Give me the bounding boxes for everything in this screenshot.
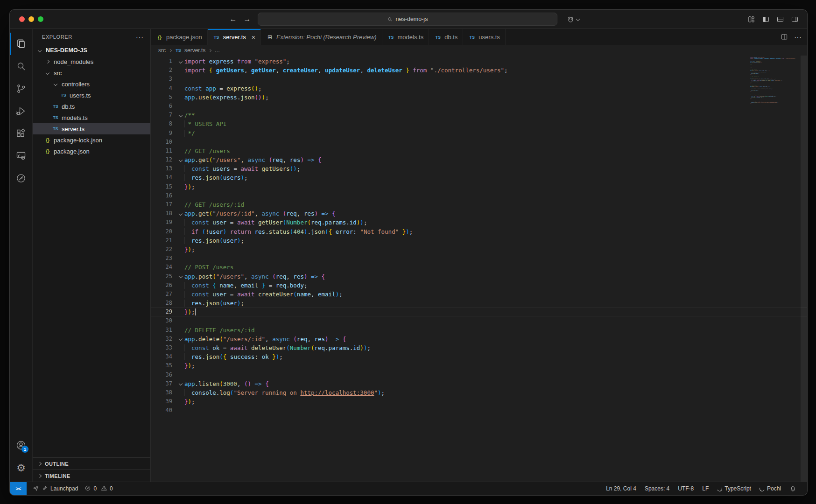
status-spaces-4[interactable]: Spaces: 4	[640, 485, 674, 492]
fold-column[interactable]	[176, 111, 184, 119]
toggle-primary-sidebar-icon[interactable]	[762, 15, 770, 23]
toggle-secondary-sidebar-icon[interactable]	[791, 15, 799, 23]
notifications-bell-button[interactable]	[785, 485, 801, 492]
pochi-menu-button[interactable]	[567, 15, 579, 23]
code-line[interactable]: 35});	[151, 361, 807, 370]
minimap[interactable]: import express from "express";import { g…	[750, 57, 800, 157]
code-line[interactable]: 20 if (!user) return res.status(404).jso…	[151, 227, 807, 236]
code-line[interactable]: 33 const ok = await deleteUser(Number(re…	[151, 343, 807, 352]
command-center[interactable]: nes-demo-js	[258, 13, 557, 26]
code-line[interactable]: 31// DELETE /users/:id	[151, 326, 807, 335]
activity-run-debug-button[interactable]	[10, 100, 32, 122]
code-line[interactable]: 22});	[151, 245, 807, 254]
code-line[interactable]: 10	[151, 138, 807, 147]
code-line[interactable]: 32app.delete("/users/:id", async (req, r…	[151, 335, 807, 343]
tree-item-NES-DEMO-JS[interactable]: NES-DEMO-JS	[33, 45, 150, 56]
fold-column[interactable]	[176, 209, 184, 218]
code-line[interactable]: 21 res.json(user);	[151, 236, 807, 245]
code-line[interactable]: 7/**	[151, 111, 807, 119]
split-editor-icon[interactable]	[781, 33, 788, 41]
code-line[interactable]: 40	[151, 406, 807, 415]
code-line[interactable]: 8 * USERS API	[151, 119, 807, 128]
breadcrumb-item[interactable]: …	[214, 47, 220, 54]
code-line[interactable]: 37app.listen(3000, () => {	[151, 379, 807, 388]
tree-item-controllers[interactable]: controllers	[33, 78, 150, 90]
code-line[interactable]: 29});	[151, 308, 807, 316]
accounts-button[interactable]: 1	[10, 434, 32, 456]
code-line[interactable]: 34 res.json({ success: ok });	[151, 352, 807, 361]
status-lf[interactable]: LF	[698, 485, 713, 492]
code-line[interactable]: 9 */	[151, 129, 807, 138]
code-line[interactable]: 16	[151, 191, 807, 200]
launchpad-button[interactable]: Launchpad	[29, 485, 81, 493]
tab-package.json[interactable]: {}package.json	[151, 29, 208, 45]
tab-db.ts[interactable]: TSdb.ts	[429, 29, 463, 45]
activity-remote-explorer-button[interactable]	[10, 145, 32, 167]
settings-gear-button[interactable]: ⚙	[10, 456, 32, 479]
tree-item-package-lock.json[interactable]: {}package-lock.json	[33, 134, 150, 146]
tab-users.ts[interactable]: TSusers.ts	[463, 29, 506, 45]
code-line[interactable]: 19 const user = await getUser(Number(req…	[151, 218, 807, 227]
fold-column[interactable]	[176, 379, 184, 388]
status-utf-8[interactable]: UTF-8	[674, 485, 698, 492]
fold-column[interactable]	[176, 272, 184, 281]
maximize-window-button[interactable]	[38, 16, 43, 22]
problems-button[interactable]: 0 0	[81, 485, 116, 493]
fold-column[interactable]	[176, 155, 184, 164]
activity-explorer-button[interactable]	[10, 33, 32, 55]
sidebar-section-timeline[interactable]: TIMELINE	[33, 469, 150, 482]
code-line[interactable]: 11// GET /users	[151, 147, 807, 155]
code-line[interactable]: 30	[151, 316, 807, 325]
breadcrumb[interactable]: srcTSserver.ts…	[151, 45, 807, 56]
code-line[interactable]: 14 res.json(users);	[151, 173, 807, 182]
minimize-window-button[interactable]	[28, 16, 34, 22]
close-window-button[interactable]	[19, 16, 25, 22]
code-line[interactable]: 13 const users = await getUsers();	[151, 164, 807, 173]
code-line[interactable]: 3	[151, 75, 807, 84]
tree-item-models.ts[interactable]: TSmodels.ts	[33, 112, 150, 123]
code-line[interactable]: 6	[151, 102, 807, 111]
remote-indicator-button[interactable]: ><	[10, 482, 27, 495]
code-line[interactable]: 12app.get("/users", async (req, res) => …	[151, 155, 807, 164]
code-line[interactable]: 39});	[151, 397, 807, 406]
code-line[interactable]: 26 const { name, email } = req.body;	[151, 281, 807, 290]
status-ln-29-col-4[interactable]: Ln 29, Col 4	[602, 485, 640, 492]
code-line[interactable]: 1import express from "express";	[151, 57, 807, 66]
tree-item-src[interactable]: src	[33, 67, 150, 78]
activity-pochi-button[interactable]	[10, 167, 32, 189]
code-line[interactable]: 23	[151, 254, 807, 263]
toggle-panel-icon[interactable]	[776, 15, 784, 23]
activity-search-button[interactable]	[10, 55, 32, 77]
code-line[interactable]: 36	[151, 371, 807, 379]
code-line[interactable]: 4const app = express();	[151, 84, 807, 93]
code-line[interactable]: 24// POST /users	[151, 263, 807, 272]
tab-extension-pochi-research-preview-[interactable]: ⊞Extension: Pochi (Research Preview)	[261, 29, 382, 45]
code-line[interactable]: 27 const user = await createUser(name, e…	[151, 290, 807, 299]
close-tab-icon[interactable]: ×	[252, 34, 255, 41]
tree-item-package.json[interactable]: {}package.json	[33, 146, 150, 157]
fold-column[interactable]	[176, 335, 184, 343]
activity-source-control-button[interactable]	[10, 77, 32, 100]
back-icon[interactable]: ←	[230, 15, 237, 23]
tree-item-server.ts[interactable]: TSserver.ts	[33, 123, 150, 134]
code-line[interactable]: 28 res.json(user);	[151, 299, 807, 308]
tab-models.ts[interactable]: TSmodels.ts	[382, 29, 429, 45]
forward-icon[interactable]: →	[244, 15, 251, 23]
fold-column[interactable]	[176, 57, 184, 66]
code-line[interactable]: 17// GET /users/:id	[151, 200, 807, 209]
explorer-more-actions-icon[interactable]: ···	[136, 33, 144, 41]
code-line[interactable]: 5app.use(express.json());	[151, 93, 807, 102]
code-editor[interactable]: 1import express from "express";2import {…	[151, 56, 807, 482]
tree-item-db.ts[interactable]: TSdb.ts	[33, 101, 150, 112]
code-line[interactable]: 2import { getUsers, getUser, createUser,…	[151, 66, 807, 75]
editor-more-actions-icon[interactable]: ···	[794, 33, 802, 42]
status-pochi[interactable]: Pochi	[755, 485, 785, 492]
editor-scrollbar[interactable]	[801, 56, 807, 482]
customize-layout-icon[interactable]	[747, 15, 755, 23]
breadcrumb-item[interactable]: src	[158, 47, 166, 54]
tab-server.ts[interactable]: TSserver.ts×	[208, 29, 261, 45]
code-line[interactable]: 18app.get("/users/:id", async (req, res)…	[151, 209, 807, 218]
tree-item-node_modules[interactable]: node_modules	[33, 56, 150, 67]
code-line[interactable]: 15});	[151, 182, 807, 191]
code-line[interactable]: 38 console.log("Server running on http:/…	[151, 388, 807, 397]
